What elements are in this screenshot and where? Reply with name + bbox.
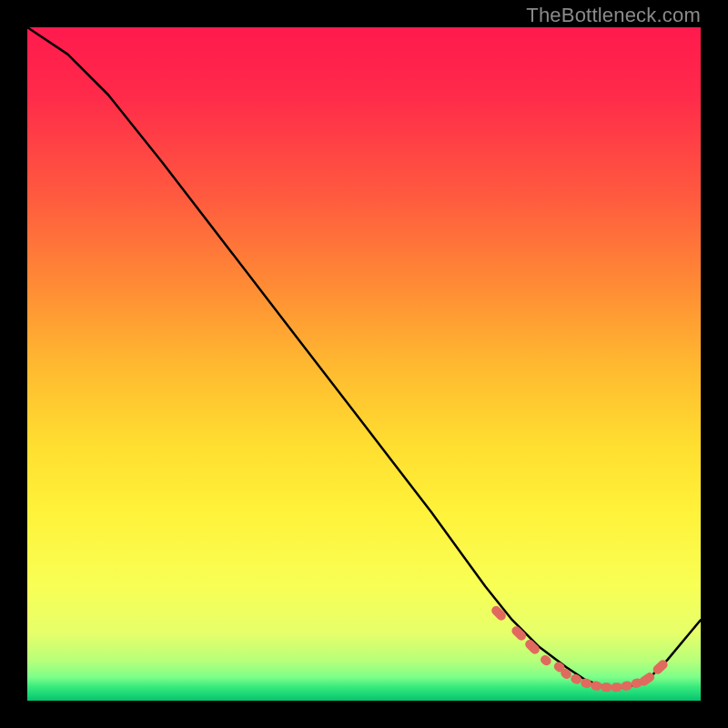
highlight-dot [580, 677, 593, 689]
highlight-dot [601, 682, 612, 693]
chart-frame: TheBottleneck.com [0, 0, 728, 728]
highlight-dot [510, 624, 528, 642]
highlight-dot [621, 681, 633, 692]
bottleneck-curve [27, 27, 701, 687]
plot-area [27, 27, 701, 701]
curve-layer [27, 27, 701, 701]
highlight-dot [611, 682, 622, 693]
highlight-dot [523, 638, 541, 656]
optimal-range-dots [490, 604, 670, 693]
watermark-text: TheBottleneck.com [526, 4, 701, 27]
highlight-dot [490, 604, 508, 622]
